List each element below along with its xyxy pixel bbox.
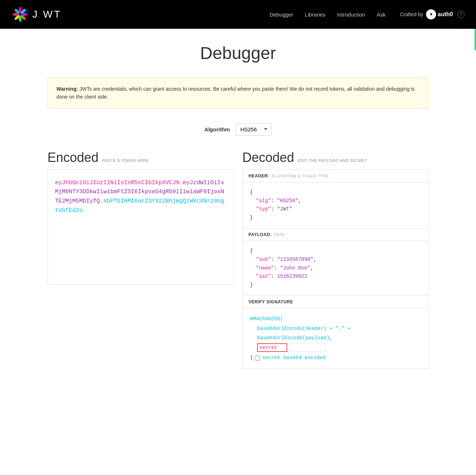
payload-section-header: PAYLOAD: DATA	[243, 229, 428, 241]
accent-bar	[475, 29, 476, 50]
nav-debugger[interactable]: Debugger	[270, 12, 293, 18]
auth0-text: auth0	[438, 11, 453, 18]
encoded-title: Encoded	[47, 150, 99, 165]
verify-label: VERIFY SIGNATURE	[248, 299, 293, 304]
payload-section: PAYLOAD: DATA { "sub": "1234567890", "na…	[242, 229, 429, 296]
token-dot1: .	[179, 180, 183, 186]
nav-links: Debugger Libraries Introduction Ask	[270, 12, 386, 18]
main-content: Debugger Warning: JWTs are credentials, …	[40, 29, 436, 383]
navbar: J WT Debugger Libraries Introduction Ask…	[0, 0, 476, 29]
b64-checkbox[interactable]	[255, 356, 260, 361]
help-icon[interactable]: ?	[457, 11, 464, 18]
page-title: Debugger	[47, 43, 429, 63]
verify-header: VERIFY SIGNATURE	[243, 296, 428, 308]
col-decoded: Decoded EDIT THE PAYLOAD AND SECRET HEAD…	[242, 150, 429, 369]
verify-body: HMACSHA256( base64UrlEncode(header) + ".…	[243, 308, 428, 368]
warning-text: JWTs are credentials, which can grant ac…	[56, 86, 415, 100]
secret-input-rest[interactable]	[290, 344, 326, 352]
payload-body[interactable]: { "sub": "1234567890", "name": "John Doe…	[243, 241, 428, 295]
col-encoded: Encoded PASTE A TOKEN HERE eyJhbGciOiJIU…	[47, 150, 234, 285]
nav-introduction[interactable]: Introduction	[337, 12, 365, 18]
columns: Encoded PASTE A TOKEN HERE eyJhbGciOiJIU…	[47, 150, 429, 369]
verify-func: HMACSHA256(	[250, 316, 283, 322]
header-sub: ALGORITHM & TOKEN TYPE	[271, 174, 329, 178]
decoded-title: Decoded	[242, 150, 294, 165]
token-part1: eyJhbGciOiJIUzI1NiIsInR5cCI6IkpXVCJ9	[55, 180, 179, 186]
verify-section: VERIFY SIGNATURE HMACSHA256( base64UrlEn…	[242, 296, 429, 369]
secret-input-wrap[interactable]	[257, 343, 287, 352]
decoded-subtitle: EDIT THE PAYLOAD AND SECRET	[298, 158, 367, 163]
algorithm-select[interactable]: HS256RS256ES256PS256HS384HS512	[235, 123, 271, 136]
algorithm-label: Algorithm	[205, 126, 230, 132]
auth0-logo: ✦ auth0	[426, 9, 453, 19]
encoded-subtitle: PASTE A TOKEN HERE	[102, 158, 149, 163]
verify-line2: base64UrlEncode(header) + "." +	[250, 326, 351, 331]
token-dot2: .	[100, 198, 104, 204]
algorithm-row: Algorithm HS256RS256ES256PS256HS384HS512	[47, 123, 429, 136]
verify-line3: base64UrlEncode(payload),	[250, 335, 333, 341]
header-section: HEADER: ALGORITHM & TOKEN TYPE { "alg": …	[242, 169, 429, 229]
encoded-header: Encoded PASTE A TOKEN HERE	[47, 150, 234, 165]
verify-b64-row: ) secret base64 encoded	[250, 353, 421, 363]
nav-libraries[interactable]: Libraries	[305, 12, 326, 18]
crafted-by-text: Crafted by	[400, 12, 424, 17]
header-body[interactable]: { "alg": "HS256", "typ": "JWT" }	[243, 182, 428, 228]
warning-box: Warning: JWTs are credentials, which can…	[47, 77, 429, 109]
payload-label: PAYLOAD:	[248, 232, 272, 237]
logo: J WT	[12, 6, 61, 23]
b64-label: secret base64 encoded	[262, 353, 325, 363]
verify-secret-wrap	[250, 345, 326, 350]
payload-sub: DATA	[274, 232, 285, 237]
verify-close: )	[250, 353, 253, 363]
header-section-header: HEADER: ALGORITHM & TOKEN TYPE	[243, 170, 428, 182]
jwt-logo-icon	[12, 6, 29, 23]
secret-input[interactable]	[258, 344, 287, 351]
header-label: HEADER:	[248, 173, 269, 178]
warning-bold: Warning:	[56, 86, 78, 92]
logo-text: J WT	[32, 9, 61, 20]
encoded-box[interactable]: eyJhbGciOiJIUzI1NiIsInR5cCI6IkpXVCJ9.eyJ…	[47, 169, 234, 285]
auth0-circle-icon: ✦	[426, 9, 436, 19]
nav-ask[interactable]: Ask	[377, 12, 386, 18]
decoded-header: Decoded EDIT THE PAYLOAD AND SECRET	[242, 150, 429, 165]
crafted-by: Crafted by ✦ auth0 ?	[400, 9, 464, 19]
